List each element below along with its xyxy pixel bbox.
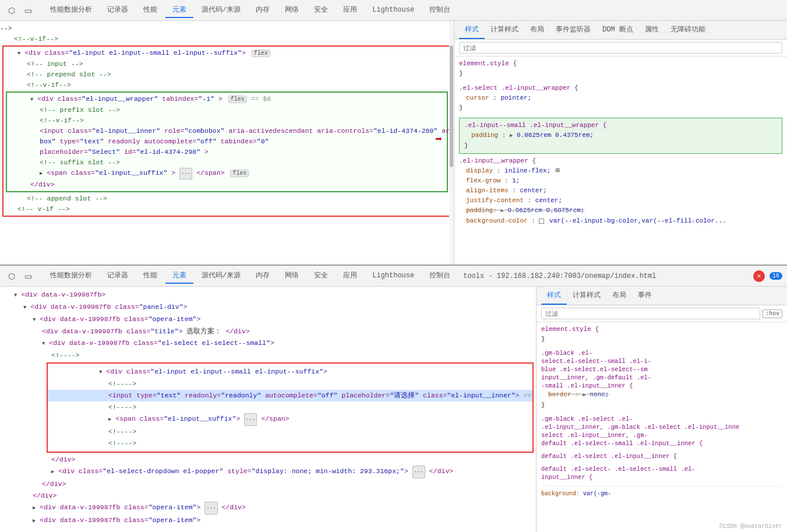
tab-dom-breakpoints[interactable]: DOM 断点 <box>597 21 639 39</box>
tab-computed[interactable]: 计算样式 <box>485 21 524 39</box>
tab-security[interactable]: 安全 <box>307 2 335 18</box>
expand-icon[interactable]: ▶ <box>108 417 111 422</box>
tag-text: readonly autocomplete= <box>108 138 196 145</box>
tag-text: placeholder= <box>341 392 390 399</box>
tag-text: style= <box>227 467 251 475</box>
css-brace: } <box>541 400 782 410</box>
tag-text: <div data-v-199987fb class= <box>40 315 148 323</box>
tab-bottom-security[interactable]: 安全 <box>307 268 335 284</box>
tab-recorder[interactable]: 记录器 <box>100 2 135 18</box>
tag-text: tabindex= <box>162 95 198 103</box>
tab-event-listeners[interactable]: 事件监听器 <box>550 21 597 39</box>
expand-triangle[interactable]: ▶ <box>500 208 503 214</box>
bottom-styles-content[interactable]: element.style { } .gm-black .el- select.… <box>537 322 787 532</box>
scrollbar-thumb[interactable] <box>450 45 453 167</box>
css-brace: } <box>541 334 782 344</box>
dom-content-top[interactable]: --> <!--v-if--> ▼ <div class="el-input e… <box>0 21 454 265</box>
scrollbar-track[interactable] <box>449 21 454 265</box>
css-prop-name: flex-grow <box>466 177 500 184</box>
tab-elements[interactable]: 元素 <box>165 2 193 18</box>
tag-close: </div> <box>30 181 54 188</box>
attr-value: "off" <box>196 138 217 145</box>
attr-value: "-1" <box>198 95 214 103</box>
tab-memory[interactable]: 内存 <box>249 2 277 18</box>
attr-value: "text" <box>157 392 181 399</box>
dom-line: ▼ <div class="el-input el-input--small e… <box>3 48 450 59</box>
expand-icon[interactable]: ▶ <box>33 505 36 511</box>
tab-styles[interactable]: 样式 <box>459 21 485 39</box>
tab-lighthouse[interactable]: Lighthouse <box>365 3 421 17</box>
tab-bottom-computed[interactable]: 计算样式 <box>567 287 606 305</box>
device-icon[interactable]: ▭ <box>21 3 35 17</box>
tag-text: type= <box>60 138 80 145</box>
tab-bottom-event[interactable]: 事件 <box>632 287 658 305</box>
tag-text: <div data-v-199987fb class= <box>42 327 150 335</box>
expand-icon[interactable]: ▶ <box>51 469 54 475</box>
comment-text: <!----> <box>108 439 136 447</box>
css-rule-wrapper: .el-input__wrapper { display : inline-fl… <box>459 156 782 226</box>
css-selector: .el-input--small .el-input__wrapper { <box>464 121 777 131</box>
expand-icon[interactable]: ▼ <box>17 51 20 57</box>
bottom-dom-content[interactable]: ▼ <div data-v-199987fb> ▼ <div data-v-19… <box>0 287 536 532</box>
tab-bottom-memory[interactable]: 内存 <box>249 268 277 284</box>
inspect-icon[interactable]: ⬡ <box>5 3 19 17</box>
tab-bottom-layout[interactable]: 布局 <box>606 287 632 305</box>
device-icon-bottom[interactable]: ▭ <box>21 269 35 283</box>
tab-bottom-sources[interactable]: 源代码/来源 <box>195 268 248 284</box>
expand-icon[interactable]: ▼ <box>99 369 102 375</box>
comment-text: <!-- input --> <box>27 60 83 68</box>
css-rule-element-style-bottom: element.style { } <box>541 325 782 344</box>
expand-triangle[interactable]: ▶ <box>510 133 513 139</box>
expand-icon[interactable]: ▼ <box>42 341 45 347</box>
dom-line: <!-- append slot --> <box>3 193 450 204</box>
dom-line: placeholder="Select" id="el-id-4374-298"… <box>7 147 447 157</box>
styles-content-top[interactable]: element.style { } .el-select .el-input__… <box>454 57 787 265</box>
tab-network[interactable]: 网络 <box>278 2 306 18</box>
tab-sources[interactable]: 源代码/来源 <box>195 2 248 18</box>
close-button[interactable]: ✕ <box>753 270 765 282</box>
tab-bottom-recorder[interactable]: 记录器 <box>100 268 135 284</box>
tab-perf-analysis[interactable]: 性能数据分析 <box>43 2 99 18</box>
tab-application[interactable]: 应用 <box>336 2 364 18</box>
dom-line: ▶ <div class="el-select-dropdown el-popp… <box>0 466 536 478</box>
css-selector: default .el-select .el-input__inner { <box>541 452 782 460</box>
tab-bottom-perf[interactable]: 性能数据分析 <box>43 268 99 284</box>
tag-text: tabindex= <box>221 138 257 145</box>
tab-properties[interactable]: 属性 <box>639 21 665 39</box>
expand-icon[interactable]: ▼ <box>30 97 33 103</box>
filter-input-top[interactable] <box>459 42 782 54</box>
expand-icon[interactable]: ▼ <box>33 317 36 323</box>
attr-value: "el-input__suffix" <box>164 415 236 422</box>
expand-icon[interactable]: ▼ <box>14 293 17 298</box>
tab-bottom-console[interactable]: 控制台 <box>422 268 457 284</box>
attr-value: "el-input__suffix" <box>95 169 167 177</box>
tab-bottom-performance[interactable]: 性能 <box>136 268 164 284</box>
tab-layout[interactable]: 布局 <box>524 21 550 39</box>
attr-value: "el-select-dropdown el-popper" <box>103 467 223 475</box>
attr-value: "opera-item" <box>149 315 197 323</box>
tab-bottom-network[interactable]: 网络 <box>278 268 306 284</box>
attr-value: "请选择" <box>390 392 419 399</box>
tab-accessibility[interactable]: 无障碍功能 <box>665 21 711 39</box>
tab-bottom-lighthouse[interactable]: Lighthouse <box>365 269 421 283</box>
bottom-filter-input[interactable] <box>541 308 760 319</box>
expand-icon[interactable]: ▶ <box>33 518 36 524</box>
dom-line-selected[interactable]: <input type="text" readonly="readonly" a… <box>48 390 532 401</box>
tab-bottom-styles[interactable]: 样式 <box>541 287 567 305</box>
dom-line: <!--v-if--> <box>7 115 447 126</box>
tab-console[interactable]: 控制台 <box>422 2 457 18</box>
attr-value: "el-input__wrapper" <box>82 95 158 103</box>
attr-value: "panel-div" <box>139 303 183 311</box>
tag-close: > <box>171 169 175 177</box>
tab-performance[interactable]: 性能 <box>136 2 164 18</box>
tab-bottom-application[interactable]: 应用 <box>336 268 364 284</box>
tab-bottom-elements[interactable]: 元素 <box>165 268 193 284</box>
attr-value: "off" <box>317 392 338 399</box>
ellipsis: ··· <box>204 502 217 515</box>
expand-icon[interactable]: ▼ <box>23 305 26 311</box>
tag-close: > <box>242 49 246 57</box>
inspect-icon-bottom[interactable]: ⬡ <box>5 269 19 283</box>
css-prop: padding: ▶ 0.0625rem 0.6875rem; <box>459 206 782 216</box>
expand-icon[interactable]: ▶ <box>40 171 43 177</box>
expand-triangle[interactable]: ▶ <box>583 392 585 398</box>
